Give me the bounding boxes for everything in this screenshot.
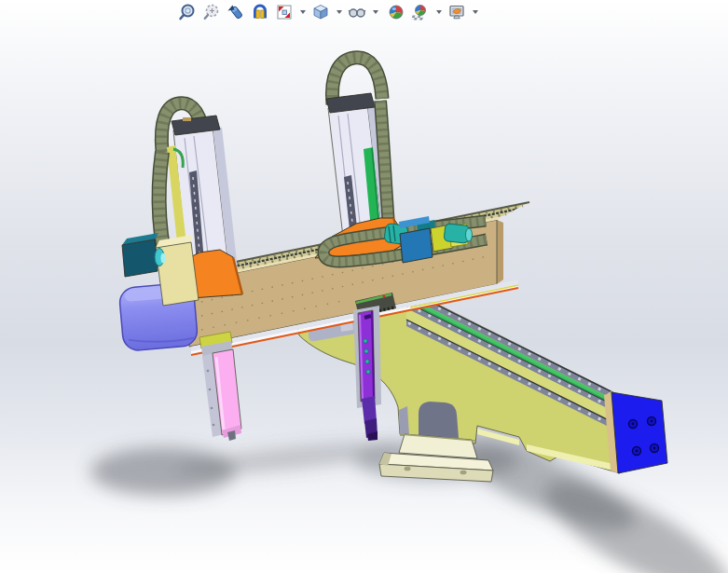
edit-appearance-icon bbox=[387, 3, 405, 21]
zoom-to-area-button[interactable] bbox=[200, 1, 223, 23]
zoom-to-fit-icon bbox=[178, 3, 197, 21]
frame-arch bbox=[419, 402, 459, 438]
zoom-in-out-button[interactable] bbox=[225, 1, 247, 23]
view-orientation-icon bbox=[275, 3, 294, 21]
view-orientation-button[interactable] bbox=[273, 1, 295, 23]
apply-scene-dropdown[interactable] bbox=[433, 1, 444, 23]
zoom-to-area-icon bbox=[202, 3, 221, 21]
navy-motor-box bbox=[122, 239, 158, 277]
display-style-icon bbox=[311, 3, 330, 21]
hide-show-items-icon bbox=[348, 3, 366, 21]
chevron-down-icon bbox=[473, 10, 478, 14]
chevron-down-icon bbox=[300, 10, 306, 14]
chevron-down-icon bbox=[436, 10, 442, 14]
hide-show-items-button[interactable] bbox=[346, 1, 368, 23]
hide-show-items-dropdown[interactable] bbox=[370, 1, 380, 23]
section-view-icon bbox=[251, 3, 269, 21]
apply-scene-button[interactable] bbox=[409, 1, 432, 23]
edit-appearance-button[interactable] bbox=[385, 1, 407, 23]
view-settings-icon bbox=[447, 3, 466, 21]
zoom-in-out-icon bbox=[227, 3, 245, 21]
blue-end-plate[interactable] bbox=[604, 392, 667, 473]
zoom-to-fit-button[interactable] bbox=[176, 1, 199, 23]
chevron-down-icon bbox=[337, 10, 342, 14]
chevron-down-icon bbox=[373, 10, 378, 14]
blue-motor-box bbox=[400, 228, 433, 263]
display-style-button[interactable] bbox=[309, 1, 332, 23]
3d-viewport[interactable] bbox=[0, 0, 728, 573]
view-settings-button[interactable] bbox=[446, 1, 468, 23]
view-orientation-dropdown[interactable] bbox=[297, 1, 308, 23]
apply-scene-icon bbox=[411, 3, 430, 21]
display-style-dropdown[interactable] bbox=[334, 1, 344, 23]
section-view-button[interactable] bbox=[249, 1, 271, 23]
cable-carrier-right-leg bbox=[380, 101, 389, 225]
cad-window bbox=[0, 0, 728, 573]
view-toolbar bbox=[176, 1, 480, 23]
view-settings-dropdown[interactable] bbox=[470, 1, 480, 23]
